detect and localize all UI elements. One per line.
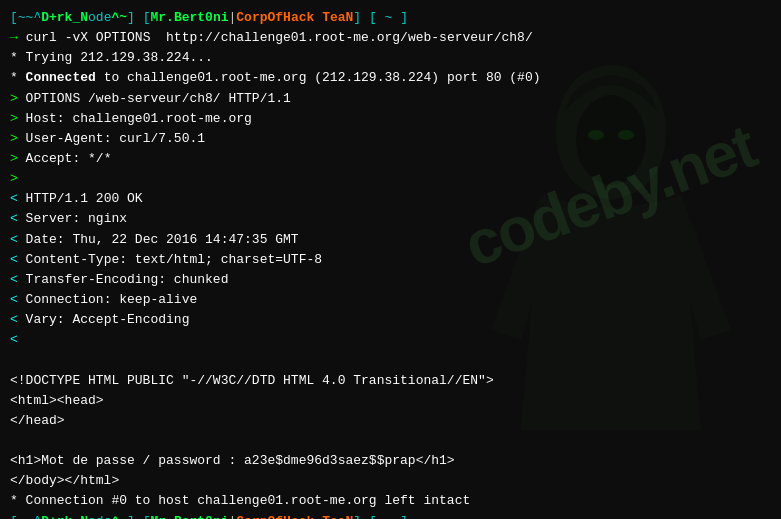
- output-content-type: < Content-Type: text/html; charset=UTF-8: [10, 250, 771, 270]
- output-transfer-encoding: < Transfer-Encoding: chunked: [10, 270, 771, 290]
- output-empty2: <: [10, 330, 771, 350]
- output-blank: [10, 350, 771, 370]
- output-host: > Host: challenge01.root-me.org: [10, 109, 771, 129]
- output-options: > OPTIONS /web-serveur/ch8/ HTTP/1.1: [10, 89, 771, 109]
- output-trying: * Trying 212.129.38.224...: [10, 48, 771, 68]
- output-accept: > Accept: */*: [10, 149, 771, 169]
- output-date: < Date: Thu, 22 Dec 2016 14:47:35 GMT: [10, 230, 771, 250]
- output-useragent: > User-Agent: curl/7.50.1: [10, 129, 771, 149]
- output-server: < Server: nginx: [10, 209, 771, 229]
- output-body-close: </body></html>: [10, 471, 771, 491]
- prompt-line-1: [~~^D+rk_Node^~] [Mr.Bert0ni|CorpOfHack …: [10, 8, 771, 28]
- prompt-line-2: [~~^D+rk_Node^~] [Mr.Bert0ni|CorpOfHack …: [10, 512, 771, 519]
- terminal-window: [~~^D+rk_Node^~] [Mr.Bert0ni|CorpOfHack …: [0, 0, 781, 519]
- output-empty1: >: [10, 169, 771, 189]
- output-connected: * Connected to challenge01.root-me.org (…: [10, 68, 771, 88]
- output-password: <h1>Mot de passe / password : a23e$dme96…: [10, 451, 771, 471]
- output-html-head: <html><head>: [10, 391, 771, 411]
- output-blank2: [10, 431, 771, 451]
- output-http200: < HTTP/1.1 200 OK: [10, 189, 771, 209]
- output-connection: < Connection: keep-alive: [10, 290, 771, 310]
- output-doctype: <!DOCTYPE HTML PUBLIC "-//W3C//DTD HTML …: [10, 371, 771, 391]
- command-line: → curl -vX OPTIONS http://challenge01.ro…: [10, 28, 771, 48]
- output-vary: < Vary: Accept-Encoding: [10, 310, 771, 330]
- output-conn-intact: * Connection #0 to host challenge01.root…: [10, 491, 771, 511]
- output-head-close: </head>: [10, 411, 771, 431]
